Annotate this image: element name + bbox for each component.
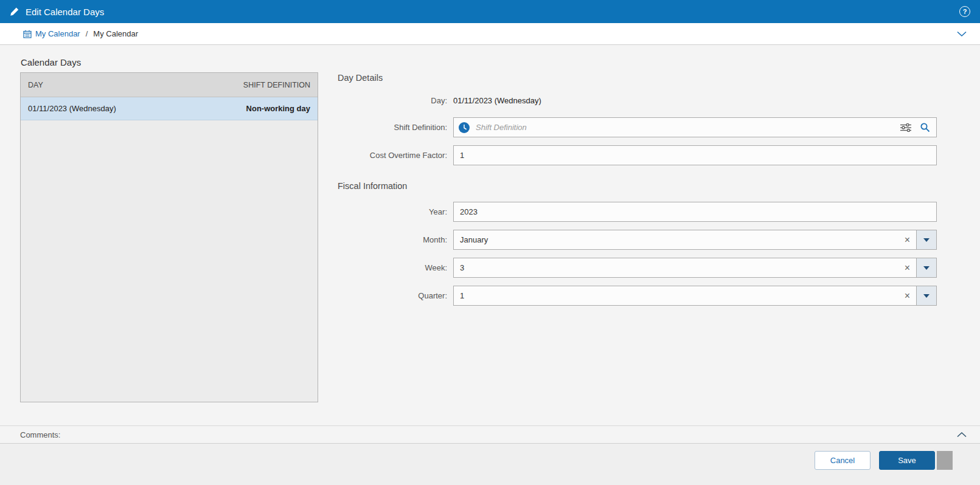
year-field (453, 202, 937, 222)
month-field: × (453, 230, 917, 250)
fiscal-month-row: Month: × (338, 230, 937, 250)
cost-overtime-input[interactable] (454, 146, 936, 165)
resize-gripper (937, 451, 953, 470)
column-header-day: DAY (28, 81, 43, 89)
search-icon[interactable] (920, 122, 930, 132)
quarter-combo: × (453, 286, 937, 306)
cost-overtime-row: Cost Overtime Factor: (338, 145, 937, 165)
column-header-shift-definition: SHIFT DEFINITION (243, 81, 310, 89)
calendar-days-title: Calendar Days (21, 57, 318, 67)
week-label: Week: (338, 263, 453, 272)
dropdown-arrow-icon (923, 238, 930, 242)
help-icon[interactable]: ? (959, 6, 970, 17)
month-dropdown-button[interactable] (916, 230, 937, 250)
comments-section: Comments: (0, 425, 980, 444)
main-content: Calendar Days DAY SHIFT DEFINITION 01/11… (0, 45, 980, 425)
year-label: Year: (338, 207, 453, 216)
shift-definition-input[interactable] (470, 118, 900, 137)
week-field: × (453, 258, 917, 278)
quarter-field: × (453, 286, 917, 306)
week-clear-icon[interactable]: × (898, 263, 916, 273)
title-bar: Edit Calendar Days ? (0, 0, 980, 23)
cost-overtime-label: Cost Overtime Factor: (338, 151, 453, 160)
breadcrumb: My Calendar / My Calendar (0, 23, 980, 45)
table-header-row: DAY SHIFT DEFINITION (21, 73, 318, 97)
quarter-label: Quarter: (338, 291, 453, 300)
breadcrumb-separator: / (86, 29, 88, 38)
month-label: Month: (338, 235, 453, 244)
comments-label: Comments: (20, 430, 60, 439)
collapse-chevron-down-icon[interactable] (957, 31, 967, 37)
shift-definition-field (453, 117, 937, 137)
edit-pencil-icon (10, 7, 19, 16)
shift-clock-icon (459, 122, 470, 133)
action-footer: Cancel Save (0, 444, 980, 485)
shift-definition-row: Shift Definition: (338, 117, 937, 137)
row-day-cell: 01/11/2023 (Wednesday) (28, 104, 116, 113)
week-combo: × (453, 258, 937, 278)
page-title: Edit Calendar Days (26, 7, 104, 17)
breadcrumb-current: My Calendar (93, 29, 138, 38)
app-window: Edit Calendar Days ? My Calendar / My Ca… (0, 0, 980, 485)
dropdown-arrow-icon (923, 266, 930, 270)
month-combo: × (453, 230, 937, 250)
quarter-input[interactable] (454, 286, 898, 305)
quarter-clear-icon[interactable]: × (898, 291, 916, 301)
table-row[interactable]: 01/11/2023 (Wednesday) Non-working day (21, 97, 318, 120)
day-row: Day: 01/11/2023 (Wednesday) (338, 96, 937, 105)
day-value: 01/11/2023 (Wednesday) (453, 96, 541, 105)
month-clear-icon[interactable]: × (898, 235, 916, 245)
week-input[interactable] (454, 258, 898, 277)
save-button[interactable]: Save (879, 451, 935, 470)
cost-overtime-field (453, 145, 937, 165)
fiscal-quarter-row: Quarter: × (338, 286, 937, 306)
shift-definition-label: Shift Definition: (338, 123, 453, 132)
calendar-days-table: DAY SHIFT DEFINITION 01/11/2023 (Wednesd… (20, 72, 318, 402)
quarter-dropdown-button[interactable] (916, 286, 937, 306)
comments-chevron-up-icon[interactable] (957, 432, 967, 438)
day-details-title: Day Details (338, 73, 937, 83)
fiscal-information-title: Fiscal Information (338, 181, 937, 191)
dropdown-arrow-icon (923, 294, 930, 298)
month-input[interactable] (454, 230, 898, 249)
breadcrumb-my-calendar-link[interactable]: My Calendar (23, 29, 80, 38)
breadcrumb-link-label: My Calendar (35, 29, 80, 38)
calendar-days-panel: Calendar Days DAY SHIFT DEFINITION 01/11… (20, 56, 318, 425)
cancel-button[interactable]: Cancel (815, 451, 871, 470)
day-label: Day: (338, 96, 453, 105)
row-shift-cell: Non-working day (246, 104, 310, 113)
week-dropdown-button[interactable] (916, 258, 937, 278)
advanced-filter-icon[interactable] (900, 123, 911, 132)
year-input[interactable] (454, 202, 936, 221)
calendar-icon (23, 30, 32, 38)
fiscal-year-row: Year: (338, 202, 937, 222)
fiscal-week-row: Week: × (338, 258, 937, 278)
day-details-panel: Day Details Day: 01/11/2023 (Wednesday) … (338, 56, 937, 425)
